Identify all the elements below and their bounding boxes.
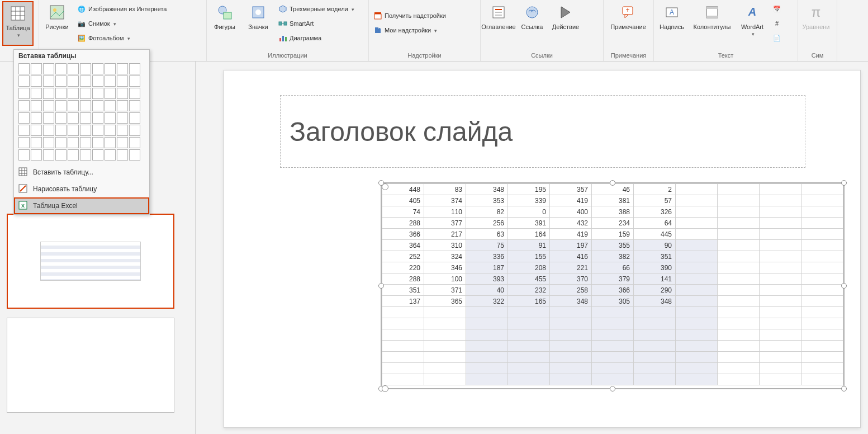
toc-button[interactable]: Оглавление: [483, 1, 514, 46]
grid-cell[interactable]: [80, 137, 91, 148]
grid-cell[interactable]: [31, 63, 42, 74]
grid-cell[interactable]: [105, 149, 116, 161]
shapes-button[interactable]: Фигуры: [209, 1, 240, 46]
draw-table-item[interactable]: Нарисовать таблицу: [14, 181, 149, 197]
grid-cell[interactable]: [92, 137, 103, 148]
grid-cell[interactable]: [43, 63, 54, 74]
screenshot-button[interactable]: 📷 Снимок: [75, 17, 169, 30]
grid-cell[interactable]: [92, 100, 103, 111]
textbox-button[interactable]: A Надпись: [656, 1, 687, 46]
icons-button[interactable]: Значки: [243, 1, 274, 46]
grid-cell[interactable]: [117, 112, 128, 124]
link-button[interactable]: Ссылка: [516, 1, 548, 46]
grid-cell[interactable]: [92, 149, 103, 161]
grid-cell[interactable]: [55, 76, 67, 87]
grid-cell[interactable]: [129, 100, 140, 111]
insert-table-item[interactable]: Вставить таблицу...: [14, 164, 149, 181]
grid-cell[interactable]: [31, 137, 42, 148]
grid-cell[interactable]: [117, 125, 128, 136]
grid-cell[interactable]: [129, 63, 140, 74]
grid-cell[interactable]: [129, 137, 140, 148]
grid-cell[interactable]: [43, 125, 54, 136]
header-footer-button[interactable]: Колонтитулы: [690, 1, 734, 46]
grid-cell[interactable]: [31, 125, 42, 136]
grid-cell[interactable]: [31, 149, 42, 161]
resize-handle-r[interactable]: [841, 283, 847, 289]
grid-cell[interactable]: [55, 112, 67, 124]
grid-cell[interactable]: [80, 112, 91, 124]
grid-cell[interactable]: [80, 88, 91, 99]
grid-cell[interactable]: [92, 76, 103, 87]
grid-cell[interactable]: [105, 137, 116, 148]
text-extra-3[interactable]: 📄: [770, 31, 784, 45]
grid-cell[interactable]: [105, 76, 116, 87]
grid-cell[interactable]: [117, 149, 128, 161]
resize-handle-t[interactable]: [610, 180, 615, 186]
grid-cell[interactable]: [105, 100, 116, 111]
resize-handle-br[interactable]: [841, 386, 847, 391]
equation-button[interactable]: π Уравнени: [800, 1, 832, 46]
grid-cell[interactable]: [55, 100, 67, 111]
grid-cell[interactable]: [55, 125, 67, 136]
grid-cell[interactable]: [117, 76, 128, 87]
grid-cell[interactable]: [43, 112, 54, 124]
grid-cell[interactable]: [80, 100, 91, 111]
table-size-grid[interactable]: [14, 63, 149, 164]
grid-cell[interactable]: [92, 88, 103, 99]
grid-cell[interactable]: [117, 100, 128, 111]
grid-cell[interactable]: [31, 76, 42, 87]
my-addins-button[interactable]: Мои надстройки: [371, 23, 448, 37]
grid-cell[interactable]: [55, 63, 67, 74]
resize-handle-b[interactable]: [610, 386, 615, 391]
grid-cell[interactable]: [68, 100, 79, 111]
grid-cell[interactable]: [18, 76, 30, 87]
grid-cell[interactable]: [92, 63, 103, 74]
grid-cell[interactable]: [55, 137, 67, 148]
grid-cell[interactable]: [68, 125, 79, 136]
action-button[interactable]: Действие: [550, 1, 581, 46]
grid-cell[interactable]: [18, 125, 30, 136]
grid-cell[interactable]: [129, 76, 140, 87]
excel-embedded-object[interactable]: 4488334819535746240537435333941938157741…: [381, 182, 845, 389]
grid-cell[interactable]: [43, 149, 54, 161]
online-pictures-button[interactable]: 🌐 Изображения из Интернета: [75, 2, 169, 16]
grid-cell[interactable]: [80, 125, 91, 136]
photo-album-button[interactable]: 🖼️ Фотоальбом: [75, 31, 169, 45]
grid-cell[interactable]: [129, 112, 140, 124]
resize-handle-tl[interactable]: [378, 180, 384, 186]
grid-cell[interactable]: [80, 76, 91, 87]
smartart-button[interactable]: SmartArt: [276, 17, 357, 30]
grid-cell[interactable]: [80, 149, 91, 161]
grid-cell[interactable]: [18, 100, 30, 111]
grid-cell[interactable]: [43, 100, 54, 111]
grid-cell[interactable]: [105, 63, 116, 74]
chart-button[interactable]: Диаграмма: [276, 31, 357, 45]
grid-cell[interactable]: [43, 137, 54, 148]
get-addins-button[interactable]: Получить надстройки: [371, 9, 448, 22]
grid-cell[interactable]: [68, 76, 79, 87]
grid-cell[interactable]: [43, 76, 54, 87]
grid-cell[interactable]: [129, 88, 140, 99]
grid-cell[interactable]: [80, 63, 91, 74]
grid-cell[interactable]: [105, 112, 116, 124]
text-extra-1[interactable]: 📅: [770, 2, 784, 16]
slide-thumbnail-2[interactable]: [7, 318, 174, 413]
grid-cell[interactable]: [55, 149, 67, 161]
grid-cell[interactable]: [105, 88, 116, 99]
grid-cell[interactable]: [129, 125, 140, 136]
grid-cell[interactable]: [68, 88, 79, 99]
grid-cell[interactable]: [117, 137, 128, 148]
table-button[interactable]: Таблица: [2, 1, 34, 46]
grid-cell[interactable]: [68, 137, 79, 148]
grid-cell[interactable]: [68, 112, 79, 124]
3d-models-button[interactable]: Трехмерные модели: [276, 2, 357, 16]
pictures-button[interactable]: Рисунки: [41, 1, 73, 46]
grid-cell[interactable]: [129, 149, 140, 161]
grid-cell[interactable]: [43, 88, 54, 99]
grid-cell[interactable]: [55, 88, 67, 99]
resize-handle-tr[interactable]: [841, 180, 847, 186]
grid-cell[interactable]: [117, 88, 128, 99]
grid-cell[interactable]: [68, 63, 79, 74]
grid-cell[interactable]: [18, 137, 30, 148]
grid-cell[interactable]: [92, 125, 103, 136]
